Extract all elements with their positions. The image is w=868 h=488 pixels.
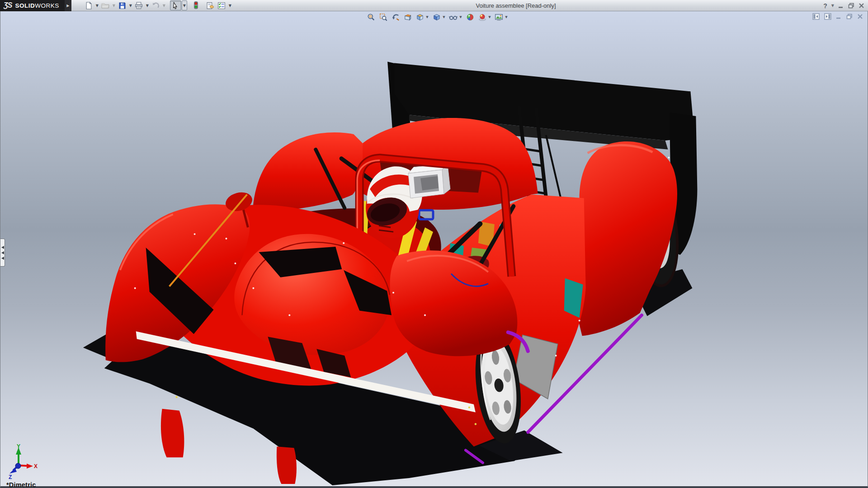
- appearance-sphere-icon: [466, 13, 474, 21]
- display-style-button[interactable]: [431, 13, 442, 22]
- previous-view-icon: [392, 13, 400, 21]
- zoom-to-area-button[interactable]: [378, 13, 388, 22]
- mirror-housing[interactable]: [408, 164, 450, 198]
- open-dropdown: ▼: [111, 0, 117, 10]
- apply-scene-button[interactable]: [477, 13, 487, 22]
- document-window-controls: [812, 13, 863, 20]
- options-dropdown[interactable]: ▼: [227, 0, 233, 10]
- collapse-panel-left-button[interactable]: [812, 13, 820, 20]
- triad-y-label: Y: [17, 444, 20, 450]
- view-orientation-label: *Dimetric: [6, 481, 36, 488]
- main-toolbar: ▼ ▼ ▼: [83, 0, 233, 11]
- minimize-document-button[interactable]: [836, 14, 842, 19]
- apply-scene-dropdown[interactable]: ▼: [487, 13, 492, 22]
- heads-up-view-toolbar: ▼ ▼ ▼: [366, 13, 509, 22]
- open-folder-icon: [101, 2, 109, 9]
- close-document-button[interactable]: [857, 14, 863, 19]
- section-view-button[interactable]: [402, 13, 413, 22]
- triad-x-label: X: [34, 463, 38, 469]
- display-style-dropdown[interactable]: ▼: [442, 13, 446, 22]
- print-button[interactable]: [133, 0, 145, 10]
- chevron-left-icon: [1, 251, 4, 254]
- menu-expand-arrow-icon[interactable]: ▶: [65, 0, 71, 11]
- select-button[interactable]: [170, 0, 181, 10]
- display-style-icon: [433, 13, 441, 21]
- view-orientation-cube-icon: [416, 13, 424, 21]
- view-settings-button[interactable]: [494, 13, 504, 22]
- file-properties-icon: [206, 2, 215, 9]
- zoom-to-fit-button[interactable]: [366, 13, 376, 22]
- restore-button[interactable]: [848, 3, 854, 9]
- save-button[interactable]: [117, 0, 128, 10]
- view-settings-dropdown[interactable]: ▼: [504, 13, 509, 22]
- race-car-assembly-model[interactable]: [0, 11, 868, 486]
- print-dropdown[interactable]: ▼: [145, 0, 150, 10]
- brand-mark-icon: ƷS: [4, 1, 12, 9]
- help-dropdown[interactable]: ▼: [831, 4, 834, 8]
- undo-button: [150, 0, 161, 10]
- view-orientation-button[interactable]: [415, 13, 425, 22]
- hide-show-items-dropdown[interactable]: ▼: [458, 13, 463, 22]
- apply-scene-icon: [478, 13, 486, 21]
- new-document-icon: [85, 2, 93, 9]
- feature-manager-collapsed-tab[interactable]: [0, 239, 5, 267]
- new-document-button[interactable]: [83, 0, 94, 10]
- close-button[interactable]: [859, 3, 864, 9]
- options-button[interactable]: [216, 0, 227, 10]
- file-properties-button[interactable]: [205, 0, 216, 10]
- help-button[interactable]: ?: [823, 2, 827, 9]
- options-checklist-icon: [217, 2, 226, 9]
- save-dropdown[interactable]: ▼: [128, 0, 133, 10]
- minimize-button[interactable]: [838, 3, 844, 9]
- select-cursor-icon: [172, 2, 179, 9]
- solidworks-logo[interactable]: ƷS SOLIDWORKS: [0, 0, 65, 11]
- chevron-left-icon: [1, 246, 4, 249]
- orientation-triad: Y X Z: [3, 444, 42, 479]
- save-floppy-icon: [118, 2, 126, 9]
- section-view-icon: [404, 13, 412, 21]
- eyeglasses-icon: [449, 13, 458, 21]
- zoom-to-fit-icon: [367, 13, 375, 21]
- rebuild-traffic-light-icon: [193, 1, 199, 9]
- window-controls: ? ▼: [823, 0, 864, 11]
- select-dropdown[interactable]: ▼: [182, 0, 187, 10]
- new-document-dropdown[interactable]: ▼: [94, 0, 100, 10]
- chevron-left-icon: [1, 257, 4, 260]
- open-button: [100, 0, 111, 10]
- titlebar: ƷS SOLIDWORKS ▶ ▼ ▼: [0, 0, 868, 11]
- undo-dropdown: ▼: [161, 0, 167, 10]
- brand-name: SOLIDWORKS: [15, 2, 59, 9]
- view-settings-icon: [495, 13, 503, 21]
- hide-show-items-button[interactable]: [448, 13, 458, 22]
- previous-view-button[interactable]: [390, 13, 401, 22]
- solidworks-window: ƷS SOLIDWORKS ▶ ▼ ▼: [0, 0, 868, 488]
- collapse-panel-right-button[interactable]: [824, 13, 831, 20]
- edit-appearance-button[interactable]: [465, 13, 475, 22]
- print-icon: [135, 2, 143, 9]
- restore-document-button[interactable]: [846, 14, 853, 19]
- rebuild-button[interactable]: [190, 0, 202, 10]
- undo-icon: [151, 2, 160, 9]
- triad-z-label: Z: [9, 474, 12, 479]
- document-title: Voiture assemblee [Read-only]: [476, 0, 556, 11]
- zoom-to-area-icon: [379, 13, 387, 21]
- left-rear-cowl[interactable]: [252, 132, 363, 212]
- graphics-viewport[interactable]: ▼ ▼ ▼: [0, 11, 868, 488]
- view-orientation-dropdown[interactable]: ▼: [425, 13, 429, 22]
